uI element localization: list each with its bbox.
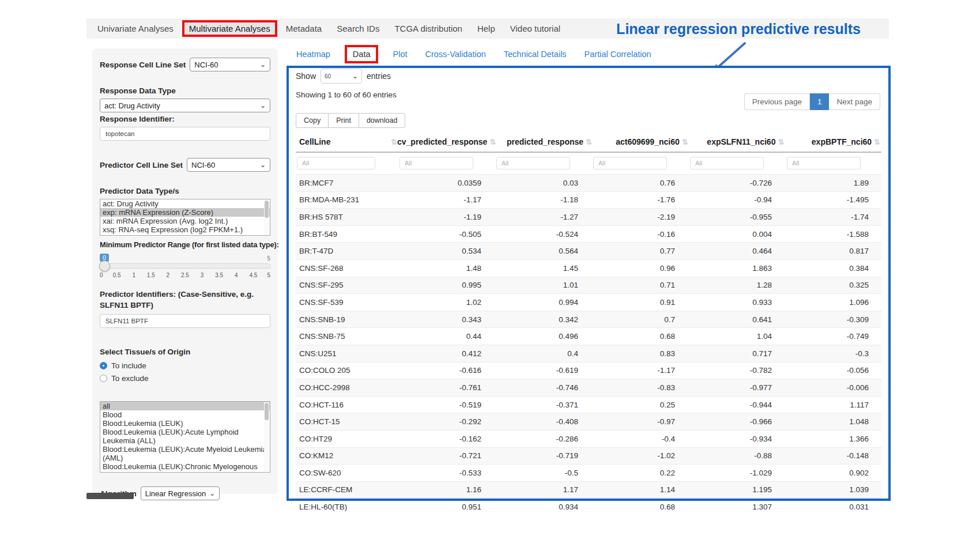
cell-value: -1.27 bbox=[494, 213, 591, 221]
cell-value: 1.48 bbox=[397, 264, 494, 273]
nav-item-multivariate-analyses[interactable]: Multivariate Analyses bbox=[182, 20, 277, 37]
sort-icon[interactable]: ⇅ bbox=[778, 138, 784, 146]
column-filter-input-expbptf-nci60[interactable] bbox=[787, 157, 861, 169]
predictor-identifiers-input[interactable] bbox=[100, 314, 270, 328]
predictor-cell-line-set-select[interactable]: NCI-60 ⌄ bbox=[187, 158, 270, 172]
table-row: CNS:SF-2950.9951.010.711.280.325 bbox=[296, 277, 881, 294]
sort-icon[interactable]: ⇅ bbox=[391, 138, 397, 146]
cell-value: 0.25 bbox=[591, 401, 688, 409]
radio-icon[interactable] bbox=[100, 375, 107, 382]
cell-value: 0.995 bbox=[397, 281, 494, 289]
filter-cell bbox=[591, 157, 688, 169]
response-cell-line-set-select[interactable]: NCI-60 ⌄ bbox=[190, 58, 270, 71]
predictor-data-types-listbox[interactable]: act: Drug Activityexp: mRNA Expression (… bbox=[100, 199, 270, 236]
slider-tick-label: 1 bbox=[128, 272, 140, 278]
column-header-expslfn11-nci60[interactable]: expSLFN11_nci60⇅ bbox=[689, 137, 786, 146]
column-filter-input-cv-predicted-response[interactable] bbox=[399, 157, 473, 169]
column-filter-input-cellline[interactable] bbox=[297, 157, 375, 169]
cell-value: -0.97 bbox=[591, 417, 688, 426]
listbox-option-xai-mrna-expression-avg-log2-int[interactable]: xai: mRNA Expression (Avg. log2 Int.) bbox=[100, 217, 270, 225]
nav-item-video-tutorial[interactable]: Video tutorial bbox=[504, 21, 567, 36]
listbox-option-blood-leukemia-leuk[interactable]: Blood:Leukemia (LEUK) bbox=[100, 419, 270, 428]
sort-icon[interactable]: ⇅ bbox=[586, 138, 592, 146]
tab-plot[interactable]: Plot bbox=[393, 50, 407, 59]
listbox-option-blood-leukemia-leuk-chronic-myelogenous-leukemia-cml[interactable]: Blood:Leukemia (LEUK):Chronic Myelogenou… bbox=[100, 462, 270, 473]
download-button[interactable]: download bbox=[359, 113, 406, 128]
filter-cell bbox=[296, 157, 397, 169]
radio-icon[interactable] bbox=[100, 362, 107, 369]
sort-icon[interactable]: ⇅ bbox=[489, 138, 496, 146]
nav-item-help[interactable]: Help bbox=[471, 21, 502, 36]
column-header-expbptf-nci60[interactable]: expBPTF_nci60⇅ bbox=[785, 137, 881, 146]
cell-value: -2.19 bbox=[591, 213, 688, 221]
column-header-label: act609699_nci60 bbox=[616, 137, 680, 146]
listbox-option-all[interactable]: all bbox=[100, 402, 270, 410]
results-tab-bar: HeatmapDataPlotCross-ValidationTechnical… bbox=[296, 50, 651, 59]
cell-value: 1.01 bbox=[494, 281, 591, 289]
listbox-option-blood[interactable]: Blood bbox=[100, 410, 270, 419]
listbox-option-blood-leukemia-leuk-acute-lymphoid-leukemia-all[interactable]: Blood:Leukemia (LEUK):Acute Lymphoid Leu… bbox=[100, 428, 270, 445]
listbox-option-blood-leukemia-leuk-acute-myeloid-leukemia-aml[interactable]: Blood:Leukemia (LEUK):Acute Myeloid Leuk… bbox=[100, 445, 270, 462]
column-header-label: expBPTF_nci60 bbox=[812, 137, 872, 146]
entries-suffix-label: entries bbox=[367, 71, 391, 81]
cell-line-name: LE:HL-60(TB) bbox=[296, 503, 397, 511]
cell-value: -0.162 bbox=[397, 435, 494, 443]
listbox-option-xsq-rna-seq-expression-log2-fpkm-1[interactable]: xsq: RNA-seq Expression (log2 FPKM+1.) bbox=[100, 225, 270, 234]
slider-track[interactable] bbox=[100, 263, 270, 269]
column-header-cv-predicted-response[interactable]: cv_predicted_response⇅ bbox=[397, 137, 497, 146]
cell-value: 0.564 bbox=[494, 247, 591, 255]
sort-icon[interactable]: ⇅ bbox=[874, 138, 880, 146]
cell-line-name: CNS:U251 bbox=[296, 349, 397, 358]
tab-partial-correlation[interactable]: Partial Correlation bbox=[585, 50, 651, 59]
print-button[interactable]: Print bbox=[328, 113, 359, 128]
chevron-down-icon: ⌄ bbox=[260, 162, 266, 168]
previous-page-button[interactable]: Previous page bbox=[744, 93, 810, 110]
cell-value: -0.782 bbox=[688, 366, 785, 375]
entries-per-page-select[interactable]: 60 ⌄ bbox=[321, 69, 362, 84]
tab-cross-validation[interactable]: Cross-Validation bbox=[425, 50, 485, 59]
nav-item-search-ids[interactable]: Search IDs bbox=[330, 21, 386, 36]
column-filter-input-act609699-nci60[interactable] bbox=[593, 157, 667, 169]
cell-value: 0.325 bbox=[785, 281, 881, 289]
tissue-radio-to-include[interactable]: To include bbox=[100, 361, 270, 370]
next-page-button[interactable]: Next page bbox=[829, 93, 880, 110]
nav-item-tcga-distribution[interactable]: TCGA distribution bbox=[388, 21, 469, 36]
cell-value: -0.726 bbox=[688, 179, 785, 187]
slider-max-label: 5 bbox=[267, 255, 270, 262]
cell-value: 0.68 bbox=[591, 332, 688, 341]
tab-technical-details[interactable]: Technical Details bbox=[504, 50, 567, 59]
nav-item-metadata[interactable]: Metadata bbox=[280, 21, 329, 36]
pagination: Previous page 1 Next page bbox=[744, 93, 880, 110]
response-cell-line-set-label: Response Cell Line Set bbox=[100, 61, 186, 69]
nav-item-univariate-analyses[interactable]: Univariate Analyses bbox=[91, 21, 180, 36]
table-row: CO:HCT-116-0.519-0.3710.25-0.9441.117 bbox=[296, 396, 881, 413]
response-data-type-select[interactable]: act: Drug Activity ⌄ bbox=[100, 99, 270, 112]
sort-icon[interactable]: ⇅ bbox=[682, 138, 688, 146]
cell-value: 1.89 bbox=[785, 179, 881, 187]
column-filter-input-expslfn11-nci60[interactable] bbox=[690, 157, 764, 169]
tab-data[interactable]: Data bbox=[345, 45, 379, 63]
cell-value: 0.77 bbox=[591, 247, 688, 255]
algorithm-select[interactable]: Linear Regression ⌄ bbox=[141, 486, 220, 500]
page-number-button[interactable]: 1 bbox=[810, 93, 830, 110]
listbox-scrollbar[interactable] bbox=[264, 200, 269, 235]
column-header-act609699-nci60[interactable]: act609699_nci60⇅ bbox=[593, 137, 689, 146]
cell-value: -0.619 bbox=[494, 366, 591, 375]
column-header-cellline[interactable]: CellLine⇅ bbox=[296, 137, 397, 146]
listbox-option-exp-mrna-expression-z-score[interactable]: exp: mRNA Expression (Z-Score) bbox=[100, 208, 270, 217]
tissue-radio-to-exclude[interactable]: To exclude bbox=[100, 374, 270, 383]
table-row: CO:KM12-0.721-0.719-1.02-0.88-0.148 bbox=[296, 447, 881, 465]
column-filter-input-predicted-response[interactable] bbox=[496, 157, 570, 169]
listbox-option-act-drug-activity[interactable]: act: Drug Activity bbox=[100, 199, 270, 208]
listbox-scrollbar[interactable] bbox=[264, 402, 269, 471]
tissue-origin-listbox[interactable]: allBloodBlood:Leukemia (LEUK)Blood:Leuke… bbox=[100, 401, 270, 473]
slider-tick-label: 4 bbox=[231, 272, 242, 278]
cell-value: 0.933 bbox=[688, 298, 785, 307]
column-header-predicted-response[interactable]: predicted_response⇅ bbox=[497, 137, 593, 146]
response-identifier-input[interactable] bbox=[100, 127, 270, 141]
results-table: CellLine⇅cv_predicted_response⇅predicted… bbox=[296, 133, 881, 515]
copy-button[interactable]: Copy bbox=[296, 113, 329, 128]
tab-heatmap[interactable]: Heatmap bbox=[296, 50, 330, 59]
slider-tick-label: 2.5 bbox=[179, 272, 191, 278]
slider-handle[interactable] bbox=[99, 261, 110, 271]
